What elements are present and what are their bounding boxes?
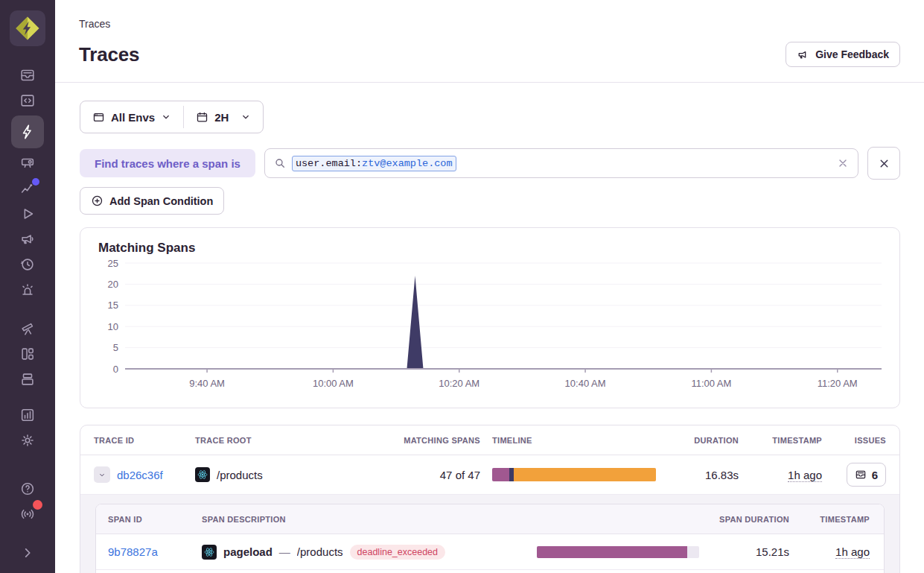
- page-header: Traces Traces Give Feedback: [55, 0, 924, 83]
- chevron-down-icon: [240, 112, 251, 122]
- sidebar-item-settings[interactable]: [11, 428, 44, 453]
- trace-duration: 16.83s: [705, 469, 739, 481]
- page-title: Traces: [79, 43, 139, 66]
- megaphone-icon: [797, 48, 809, 61]
- svg-text:10:20 AM: 10:20 AM: [439, 378, 479, 389]
- window-icon: [92, 111, 105, 124]
- col-matching-spans: Matching Spans: [404, 436, 480, 445]
- col-span-id: Span ID: [108, 515, 190, 524]
- col-trace-root: Trace Root: [195, 436, 342, 445]
- megaphone-icon: [19, 231, 36, 247]
- trace-id-link[interactable]: db26c36f: [117, 469, 163, 481]
- sidebar: [0, 0, 55, 573]
- telescope-icon: [19, 320, 36, 337]
- give-feedback-label: Give Feedback: [815, 48, 889, 60]
- sidebar-item-help[interactable]: [11, 476, 44, 501]
- svg-text:9:40 AM: 9:40 AM: [189, 378, 225, 389]
- trace-timestamp[interactable]: 1h ago: [788, 469, 822, 482]
- filter-bar: All Envs 2H: [80, 101, 264, 133]
- col-issues: Issues: [855, 436, 886, 445]
- sidebar-item-insights[interactable]: [11, 176, 44, 201]
- clear-search-icon[interactable]: [837, 157, 849, 169]
- svg-text:11:20 AM: 11:20 AM: [818, 378, 858, 389]
- main-area: Traces Traces Give Feedback All Envs: [55, 0, 924, 573]
- sidebar-item-explore[interactable]: [11, 115, 44, 148]
- sidebar-item-performance[interactable]: [11, 201, 44, 227]
- environment-filter-label: All Envs: [111, 111, 155, 124]
- search-icon: [274, 157, 286, 169]
- give-feedback-button[interactable]: Give Feedback: [786, 42, 900, 67]
- svg-text:5: 5: [113, 342, 118, 353]
- trace-issues-button[interactable]: 6: [847, 463, 886, 487]
- svg-text:20: 20: [108, 279, 118, 290]
- span-row: 9b78827a pageload — /products deadline_e…: [96, 534, 884, 570]
- span-table: Span ID Span Description Span Duration T…: [95, 504, 885, 573]
- col-timeline: Timeline: [492, 436, 656, 445]
- sidebar-collapse-toggle[interactable]: [11, 540, 44, 566]
- projector-icon: [19, 155, 36, 171]
- sidebar-item-dashboards[interactable]: [11, 151, 44, 176]
- sidebar-item-issues[interactable]: [11, 63, 44, 88]
- svg-text:25: 25: [108, 258, 118, 269]
- sidebar-item-stats[interactable]: [11, 402, 44, 428]
- layout-blocks-icon: [19, 346, 36, 362]
- sidebar-item-whats-new[interactable]: [11, 501, 44, 527]
- gear-icon: [19, 432, 36, 449]
- col-span-description: Span Description: [202, 515, 525, 524]
- close-icon: [878, 157, 890, 170]
- history-clock-icon: [19, 256, 36, 273]
- lightning-icon: [19, 124, 36, 140]
- matching-spans-chart[interactable]: 05101520259:40 AM10:00 AM10:20 AM10:40 A…: [95, 257, 886, 400]
- trace-root-label: /products: [217, 469, 263, 481]
- svg-text:10:40 AM: 10:40 AM: [565, 378, 606, 389]
- token-value: ztv@example.com: [362, 158, 453, 169]
- environment-filter[interactable]: All Envs: [80, 101, 183, 133]
- siren-icon: [19, 282, 36, 298]
- breadcrumb[interactable]: Traces: [79, 18, 900, 30]
- sidebar-item-alerts[interactable]: [11, 277, 44, 303]
- span-search-input[interactable]: user.email:ztv@example.com: [264, 148, 858, 178]
- sidebar-nav: [0, 63, 55, 566]
- react-platform-icon: [195, 467, 210, 482]
- storage-boxes-icon: [19, 371, 36, 387]
- span-id-link[interactable]: 9b78827a: [108, 545, 190, 558]
- sidebar-item-dashboards-alt[interactable]: [11, 341, 44, 367]
- app-root: Traces Traces Give Feedback All Envs: [0, 0, 924, 573]
- search-filter-token[interactable]: user.email:ztv@example.com: [292, 156, 456, 171]
- span-duration: 15.21s: [756, 545, 789, 558]
- collapse-trace-button[interactable]: [94, 466, 110, 483]
- inbox-icon: [19, 67, 36, 83]
- span-timestamp[interactable]: 1h ago: [835, 545, 870, 559]
- chart-title: Matching Spans: [98, 241, 885, 256]
- content: All Envs 2H Find traces where a span is: [55, 83, 924, 573]
- col-timestamp: Timestamp: [772, 436, 822, 445]
- trace-table-header: Trace ID Trace Root Matching Spans Timel…: [80, 425, 899, 455]
- col-duration: Duration: [694, 436, 739, 445]
- inbox-icon: [855, 469, 867, 481]
- col-trace-id: Trace ID: [94, 436, 183, 445]
- span-condition-label: Find traces where a span is: [80, 149, 255, 177]
- add-span-condition-button[interactable]: Add Span Condition: [80, 187, 224, 215]
- matching-spans-count: 47 of 47: [440, 469, 480, 481]
- token-key: user.email:: [296, 158, 362, 169]
- sidebar-item-crons[interactable]: [11, 367, 44, 392]
- span-row: b7a7e441 http.server — GET /organization…: [96, 570, 884, 573]
- matching-spans-panel: Matching Spans 05101520259:40 AM10:00 AM…: [80, 227, 900, 408]
- sidebar-item-releases[interactable]: [11, 227, 44, 252]
- react-platform-icon: [202, 545, 217, 560]
- col-span-duration: Span Duration: [719, 515, 789, 524]
- question-icon: [19, 481, 36, 497]
- date-range-filter[interactable]: 2H: [184, 101, 263, 133]
- sidebar-item-replays[interactable]: [11, 252, 44, 277]
- sidebar-item-projects[interactable]: [11, 88, 44, 113]
- trace-timeline-bar[interactable]: [492, 468, 656, 481]
- notification-dot-red: [33, 500, 42, 510]
- sidebar-item-discover[interactable]: [11, 316, 44, 341]
- remove-condition-button[interactable]: [867, 147, 900, 180]
- span-op: pageload: [223, 545, 273, 558]
- app-logo[interactable]: [10, 10, 45, 46]
- svg-text:10:00 AM: 10:00 AM: [313, 378, 354, 389]
- span-timeline-bar[interactable]: [537, 546, 699, 558]
- date-range-label: 2H: [214, 111, 229, 124]
- chevron-right-icon: [19, 545, 36, 561]
